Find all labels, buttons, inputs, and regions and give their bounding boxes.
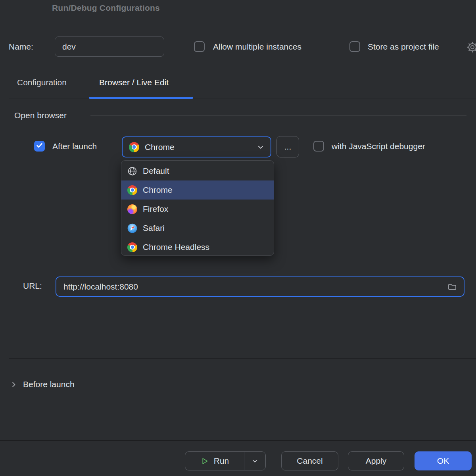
chrome-icon [129, 142, 139, 152]
play-icon [200, 457, 209, 465]
gear-icon[interactable] [466, 40, 476, 54]
before-launch-label[interactable]: Before launch [23, 380, 75, 389]
open-browser-section-divider [90, 115, 466, 116]
chrome-icon [127, 242, 137, 252]
folder-icon[interactable] [447, 282, 457, 292]
allow-multiple-instances-label[interactable]: Allow multiple instances [213, 42, 301, 52]
run-button[interactable]: Run [185, 452, 244, 470]
js-debugger-label[interactable]: with JavaScript debugger [332, 142, 425, 151]
before-launch-divider [100, 385, 471, 385]
dropdown-option-firefox[interactable]: Firefox [121, 200, 274, 219]
dropdown-option-chrome-headless[interactable]: Chrome Headless [121, 238, 274, 256]
globe-icon [127, 166, 137, 176]
dropdown-option-label: Chrome Headless [143, 242, 209, 252]
store-as-project-file-label[interactable]: Store as project file [368, 42, 439, 52]
chevron-down-icon [257, 144, 264, 151]
dropdown-option-safari[interactable]: Safari [121, 219, 274, 238]
apply-button[interactable]: Apply [348, 451, 404, 470]
name-input[interactable] [55, 36, 164, 57]
run-button-label: Run [214, 456, 229, 466]
run-options-arrow[interactable] [244, 452, 265, 470]
store-as-project-file-checkbox[interactable] [349, 41, 360, 52]
after-launch-label[interactable]: After launch [52, 142, 97, 151]
active-tab-underline [89, 97, 193, 99]
run-split-button[interactable]: Run [185, 451, 266, 470]
dialog-title: Run/Debug Configurations [52, 3, 160, 13]
js-debugger-checkbox[interactable] [313, 141, 324, 152]
dropdown-option-label: Firefox [143, 204, 168, 214]
checkmark-icon [36, 142, 43, 151]
firefox-icon [127, 204, 137, 214]
browser-select-value: Chrome [145, 142, 251, 152]
ok-button[interactable]: OK [415, 451, 472, 470]
dropdown-option-label: Default [143, 166, 169, 176]
dropdown-option-label: Safari [143, 223, 165, 233]
chevron-right-icon[interactable] [10, 381, 17, 390]
dropdown-option-default[interactable]: Default [121, 161, 274, 180]
cancel-button[interactable]: Cancel [281, 451, 338, 470]
dropdown-option-chrome[interactable]: Chrome [121, 180, 274, 200]
name-label: Name: [9, 42, 33, 52]
safari-icon [127, 223, 137, 233]
after-launch-checkbox[interactable] [34, 141, 45, 152]
allow-multiple-instances-checkbox[interactable] [194, 41, 205, 52]
browser-select[interactable]: Chrome [122, 136, 271, 157]
footer-divider [0, 440, 476, 441]
open-browser-section-label: Open browser [14, 111, 67, 120]
browse-more-button[interactable]: ... [276, 136, 299, 157]
tab-browser-live-edit[interactable]: Browser / Live Edit [99, 78, 169, 87]
browser-dropdown-popup: Default Chrome Firefox Safari Chrome Hea… [121, 160, 274, 256]
dropdown-option-label: Chrome [143, 185, 173, 195]
url-input-wrap [56, 276, 464, 297]
chrome-icon [127, 185, 137, 195]
tab-configuration[interactable]: Configuration [17, 78, 67, 87]
url-input[interactable] [63, 282, 447, 292]
url-label: URL: [23, 281, 42, 291]
